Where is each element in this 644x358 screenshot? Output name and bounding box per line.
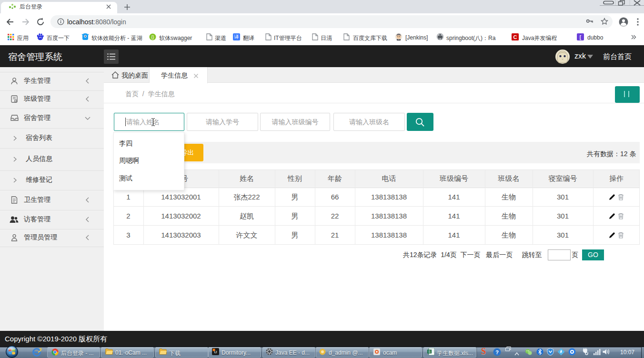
svg-text:C: C: [513, 34, 517, 40]
svg-text:S: S: [428, 350, 431, 353]
svg-text:译: 译: [234, 34, 239, 40]
svg-text:{}: {}: [151, 35, 154, 40]
svg-text:?: ?: [495, 349, 499, 355]
